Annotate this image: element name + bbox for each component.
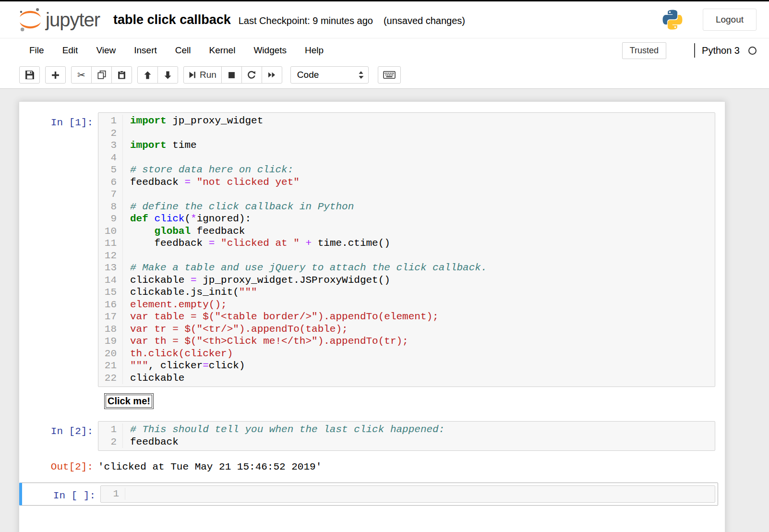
kernel-separator <box>694 43 695 58</box>
code-content-2: # This should tell you when the last cli… <box>123 423 715 448</box>
click-me-header-cell[interactable]: Click me! <box>106 395 152 408</box>
checkpoint-status: Last Checkpoint: 9 minutes ago <box>239 15 373 26</box>
kernel-idle-icon <box>748 47 757 55</box>
menu-widgets[interactable]: Widgets <box>244 40 296 61</box>
run-icon <box>189 71 196 79</box>
notebook-page: In [1]: 12345678910111213141516171819202… <box>0 89 769 532</box>
menu-help[interactable]: Help <box>296 40 333 61</box>
line-numbers-2: 12 <box>98 423 123 448</box>
menu-cell[interactable]: Cell <box>166 40 200 61</box>
command-palette-button[interactable] <box>378 66 401 84</box>
restart-run-all-button[interactable] <box>262 66 282 84</box>
code-cell-1[interactable]: In [1]: 12345678910111213141516171819202… <box>19 109 718 412</box>
save-icon <box>25 71 34 79</box>
cell-type-select[interactable]: Code <box>290 66 369 84</box>
cell-type-value: Code <box>297 70 319 80</box>
run-cell-button[interactable]: Run <box>183 66 222 84</box>
code-cell-3-selected[interactable]: In [ ]: 1 <box>19 483 718 506</box>
input-prompt-3: In [ ]: <box>24 485 100 503</box>
code-content-1: import jp_proxy_widget import time # sto… <box>123 115 715 384</box>
toolbar: ✂ <box>0 62 769 88</box>
jupyter-logo-icon <box>19 7 41 32</box>
arrow-down-icon <box>164 71 172 79</box>
cut-cell-button[interactable]: ✂ <box>71 66 92 84</box>
notebook-container: In [1]: 12345678910111213141516171819202… <box>19 101 725 532</box>
menu-file[interactable]: File <box>20 40 53 61</box>
menubar: File Edit View Insert Cell Kernel Widget… <box>0 38 769 62</box>
trusted-button[interactable]: Trusted <box>622 42 666 59</box>
logout-button[interactable]: Logout <box>703 9 757 31</box>
stop-icon <box>228 72 235 79</box>
line-numbers-1: 12345678910111213141516171819202122 <box>98 115 123 384</box>
add-cell-button[interactable] <box>45 66 66 84</box>
cut-icon: ✂ <box>77 70 85 80</box>
kernel-name: Python 3 <box>702 45 740 56</box>
menubar-right: Trusted Python 3 <box>622 42 757 59</box>
app-chrome: jupyter table click callback Last Checkp… <box>0 1 769 89</box>
notebook-title[interactable]: table click callback <box>113 12 231 27</box>
input-prompt-1: In [1]: <box>22 112 98 387</box>
code-content-3 <box>125 488 715 500</box>
paste-icon <box>118 71 126 79</box>
python-logo-icon <box>661 9 684 31</box>
output-value-2: 'clicked at Tue May 21 15:46:52 2019' <box>98 457 322 473</box>
restart-kernel-button[interactable] <box>241 66 262 84</box>
header: jupyter table click callback Last Checkp… <box>0 1 769 38</box>
menu-edit[interactable]: Edit <box>53 40 87 61</box>
run-button-label: Run <box>200 70 216 80</box>
save-button[interactable] <box>19 66 40 84</box>
title-area: table click callback Last Checkpoint: 9 … <box>113 12 465 27</box>
line-numbers-3: 1 <box>101 488 125 500</box>
fast-forward-icon <box>267 71 276 79</box>
output-prompt-2: Out[2]: <box>22 457 98 473</box>
menu-items: File Edit View Insert Cell Kernel Widget… <box>20 40 333 61</box>
add-cell-icon <box>51 71 60 79</box>
jupyter-logo-text: jupyter <box>46 9 100 31</box>
copy-cell-button[interactable] <box>91 66 112 84</box>
keyboard-icon <box>383 71 396 79</box>
move-cell-down-button[interactable] <box>157 66 178 84</box>
arrow-up-icon <box>144 71 152 79</box>
autosave-status: (unsaved changes) <box>384 15 465 26</box>
click-me-table[interactable]: Click me! <box>104 393 154 409</box>
paste-cell-button[interactable] <box>111 66 132 84</box>
code-editor-2[interactable]: 12 # This should tell you when the last … <box>98 421 715 451</box>
code-cell-2[interactable]: In [2]: 12 # This should tell you when t… <box>19 418 718 476</box>
code-editor-3[interactable]: 1 <box>100 485 715 503</box>
restart-icon <box>247 71 256 79</box>
input-prompt-2: In [2]: <box>22 421 98 451</box>
chevron-updown-icon <box>358 71 364 79</box>
copy-icon <box>97 71 106 79</box>
menu-view[interactable]: View <box>87 40 125 61</box>
interrupt-kernel-button[interactable] <box>221 66 242 84</box>
code-editor-1[interactable]: 12345678910111213141516171819202122 impo… <box>98 112 715 387</box>
menu-kernel[interactable]: Kernel <box>200 40 244 61</box>
jupyter-logo[interactable]: jupyter <box>19 7 100 32</box>
move-cell-up-button[interactable] <box>137 66 158 84</box>
menu-insert[interactable]: Insert <box>125 40 166 61</box>
widget-output-prompt <box>22 393 98 409</box>
widget-output-area: Click me! <box>98 393 154 409</box>
header-right: Logout <box>661 9 757 31</box>
